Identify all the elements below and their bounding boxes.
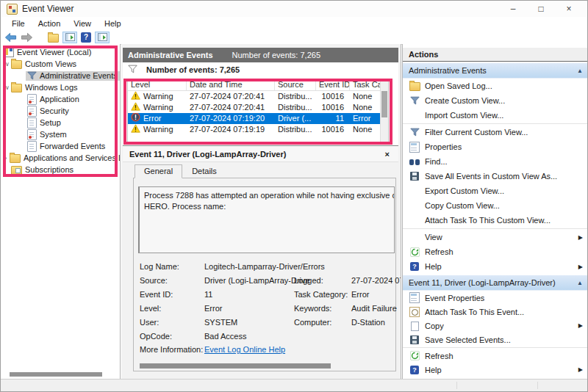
action-save-all-events[interactable]: Save All Events in Custom View As... [403, 169, 588, 184]
column-date-and-time[interactable]: Date and Time [187, 79, 275, 90]
open-folder-icon [409, 82, 420, 91]
collapse-icon[interactable]: ▲ [577, 280, 583, 286]
warning-icon [131, 102, 140, 113]
event-description-box[interactable]: Process 7288 has attempted an operation … [138, 186, 395, 253]
action-save-selected-events[interactable]: Save Selected Events... [403, 333, 588, 346]
action-copy[interactable]: Copy▶ [403, 319, 588, 333]
table-row[interactable]: Warning 27-07-2024 07:19:19 Distribu... … [128, 124, 388, 135]
tree-item-security[interactable]: Security [1, 105, 120, 117]
detail-close-icon[interactable]: × [385, 150, 390, 159]
detail-tabs: General Details [135, 164, 226, 178]
action-view[interactable]: View▶ [403, 230, 588, 244]
action-refresh-event[interactable]: Refresh [403, 349, 588, 363]
minimize-button[interactable]: – [499, 4, 527, 14]
expander-icon[interactable]: ∨ [4, 84, 11, 91]
find-icon [409, 158, 420, 166]
actions-section-administrative-events[interactable]: Administrative Events ▲ [403, 63, 588, 79]
events-vertical-scrollbar[interactable] [380, 79, 388, 142]
actions-section-event-11[interactable]: Event 11, Driver (Logi-LampArray-Driver)… [403, 275, 588, 291]
open-folder-icon[interactable] [48, 34, 59, 43]
action-event-properties[interactable]: Event Properties [403, 291, 588, 305]
window-title: Event Viewer [22, 4, 74, 14]
column-task-category[interactable]: Task Ca... [350, 79, 382, 90]
action-properties[interactable]: Properties [403, 139, 588, 154]
field-logged: Logged:27-07-2024 07 [294, 276, 401, 285]
console-tree-pane: Event Viewer (Local) ∨ Custom Views Admi… [1, 44, 121, 379]
tree-item-applications-and-services[interactable]: › Applications and Services Log [1, 152, 120, 164]
tree-horizontal-scrollbar[interactable] [10, 372, 102, 377]
action-find[interactable]: Find... [403, 154, 588, 169]
menu-help[interactable]: Help [98, 19, 128, 28]
subscriptions-icon [11, 166, 22, 175]
collapse-icon[interactable]: ▲ [577, 68, 583, 74]
close-button[interactable]: × [555, 4, 583, 14]
tree-item-custom-views[interactable]: ∨ Custom Views [1, 58, 120, 70]
action-import-custom-view[interactable]: Import Custom View... [403, 108, 588, 123]
description-line-1: Process 7288 has attempted an operation … [144, 190, 394, 201]
menu-file[interactable]: File [5, 19, 32, 28]
field-task-category: Task Category:Error [294, 290, 369, 299]
field-log-name: Log Name:Logitech-Lamparray-Driver/Error… [140, 262, 325, 271]
help-toolbar-icon[interactable] [81, 32, 91, 43]
actions-title: Actions [403, 48, 588, 62]
table-row[interactable]: Warning 27-07-2024 07:20:41 Distribu... … [128, 102, 388, 113]
action-copy-custom-view[interactable]: Copy Custom View... [403, 198, 588, 213]
tab-general[interactable]: General [135, 164, 182, 178]
filter-icon [410, 128, 420, 137]
action-open-saved-log[interactable]: Open Saved Log... [403, 79, 588, 93]
save-icon [410, 172, 419, 181]
menu-action[interactable]: Action [32, 19, 68, 28]
window-bottom-strip [1, 379, 587, 391]
separator [403, 228, 588, 229]
tree-item-subscriptions[interactable]: Subscriptions [1, 164, 120, 175]
field-opcode: OpCode:Bad Access [140, 332, 246, 341]
error-icon [131, 113, 140, 124]
general-tab-content: Process 7288 has attempted an operation … [133, 178, 396, 371]
tree-item-system[interactable]: System [1, 128, 120, 140]
tree-item-event-viewer-local[interactable]: Event Viewer (Local) [1, 46, 120, 58]
action-pane-toggle-button[interactable] [95, 32, 110, 43]
action-attach-task-to-event[interactable]: Attach Task To This Event... [403, 305, 588, 319]
action-help-event[interactable]: Help▶ [403, 363, 588, 377]
forward-button[interactable] [21, 32, 33, 43]
tree-item-administrative-events[interactable]: Administrative Events [1, 70, 120, 81]
details-horizontal-scrollbar[interactable] [140, 363, 331, 369]
tree-item-forwarded-events[interactable]: Forwarded Events [1, 140, 120, 152]
events-header-bar: Administrative Events Number of events: … [123, 48, 398, 62]
tab-details[interactable]: Details [182, 164, 226, 178]
table-row-selected[interactable]: Error 27-07-2024 07:19:20 Driver (... 11… [128, 113, 388, 124]
tree-item-windows-logs[interactable]: ∨ Windows Logs [1, 81, 120, 93]
divider [456, 382, 457, 389]
back-arrow-icon [4, 32, 17, 43]
back-button[interactable] [4, 32, 17, 43]
event-log-icon [27, 141, 37, 152]
menu-bar: File Action View Help [1, 17, 587, 30]
action-help[interactable]: Help▶ [403, 259, 588, 274]
field-level: Level:Error [140, 304, 222, 313]
submenu-arrow-icon: ▶ [578, 366, 583, 373]
action-export-custom-view[interactable]: Export Custom View... [403, 184, 588, 198]
tree-item-application[interactable]: Application [1, 93, 120, 105]
column-source[interactable]: Source [275, 79, 316, 90]
menu-view[interactable]: View [67, 19, 98, 28]
action-refresh[interactable]: Refresh [403, 244, 588, 259]
event-log-online-help-link[interactable]: Event Log Online Help [204, 345, 285, 354]
maximize-button[interactable]: □ [527, 4, 555, 14]
console-tree-icon [65, 33, 75, 41]
table-row[interactable]: Warning 27-07-2024 07:20:41 Distribu... … [128, 91, 388, 102]
tree-item-setup[interactable]: Setup [1, 117, 120, 128]
action-create-custom-view[interactable]: Create Custom View... [403, 93, 588, 108]
action-filter-current-custom-view[interactable]: Filter Current Custom View... [403, 125, 588, 139]
column-event-id[interactable]: Event ID [316, 79, 350, 90]
scrollbar-thumb[interactable] [381, 91, 387, 117]
column-level[interactable]: Level [128, 79, 187, 90]
event-log-icon [27, 94, 37, 105]
action-attach-task-custom-view[interactable]: Attach Task To This Custom View... [403, 213, 588, 228]
expander-icon[interactable]: › [2, 155, 10, 161]
field-user: User:SYSTEM [140, 318, 237, 327]
console-tree-toggle-button[interactable] [62, 32, 77, 43]
field-computer: Computer:D-Station [294, 318, 385, 327]
properties-icon [409, 142, 420, 153]
expander-icon[interactable]: ∨ [4, 61, 11, 68]
event-log-icon [27, 117, 37, 128]
